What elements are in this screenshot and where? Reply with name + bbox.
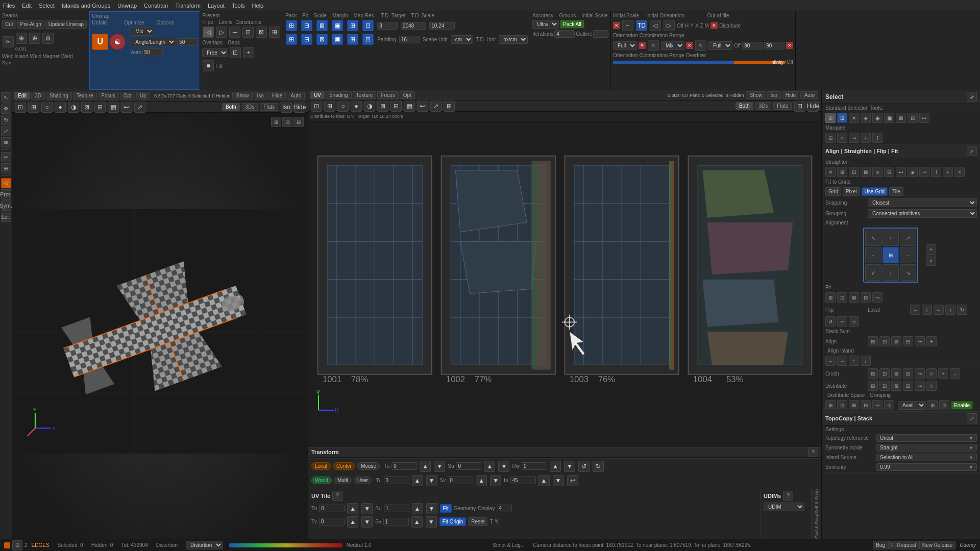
uv-auto-btn[interactable]: Auto: [800, 91, 818, 99]
align-extra2[interactable]: ×: [926, 256, 936, 266]
uv-icon2[interactable]: ⊞: [324, 101, 335, 112]
flip7[interactable]: ⊸: [837, 316, 847, 327]
grouping-dropdown[interactable]: Connected primitives: [868, 209, 977, 218]
align-mc[interactable]: ⊞: [883, 247, 899, 263]
tu2-up[interactable]: ▲: [412, 475, 423, 486]
sel-icon2[interactable]: ◈: [861, 113, 871, 123]
pack-r4[interactable]: ▣: [332, 34, 343, 45]
str9[interactable]: ⊺: [931, 167, 941, 177]
crush7[interactable]: +: [938, 368, 948, 379]
uv-tile-help[interactable]: ?: [332, 491, 342, 501]
pack-r3[interactable]: ⊠: [316, 34, 328, 45]
align-extra1[interactable]: +: [926, 244, 936, 255]
str7[interactable]: ◈: [908, 167, 918, 177]
fill-icon[interactable]: ■: [203, 60, 214, 71]
uv-tab-shading[interactable]: Shading: [326, 91, 352, 99]
menu-help[interactable]: Help: [252, 3, 264, 9]
crush2[interactable]: ⊡: [879, 368, 890, 379]
dist6[interactable]: ⊹: [926, 381, 937, 391]
tab-iso[interactable]: Iso: [254, 92, 267, 99]
align-mr[interactable]: →: [900, 247, 916, 263]
menu-edit[interactable]: Edit: [22, 3, 32, 9]
menu-tools[interactable]: Tools: [232, 3, 245, 9]
tu2-down[interactable]: ▼: [426, 475, 437, 486]
range-to-input[interactable]: [764, 42, 785, 49]
sel-x[interactable]: ✕: [849, 113, 859, 123]
accuracy-dropdown[interactable]: Ultra: [532, 20, 559, 29]
sel-icon1[interactable]: ⊡: [837, 113, 847, 123]
str5[interactable]: ⊟: [884, 167, 894, 177]
vp-icon4[interactable]: ●: [55, 102, 66, 113]
vp-icon7[interactable]: ⊟: [94, 102, 106, 113]
log-label[interactable]: Script & Log...: [493, 542, 525, 548]
uv-tab-focus[interactable]: Focus: [377, 91, 398, 99]
tab-show[interactable]: Show: [232, 92, 252, 99]
pack-r1[interactable]: ⊞: [286, 34, 297, 45]
uvtile-sv-down[interactable]: ▼: [426, 516, 437, 528]
ai2[interactable]: →: [837, 356, 847, 366]
uv-3ds-btn[interactable]: 3Ds: [755, 102, 772, 110]
flip-icon2[interactable]: ▷: [216, 27, 227, 38]
ai1[interactable]: ←: [825, 356, 836, 366]
vp-icon9[interactable]: ⊷: [121, 102, 132, 113]
uv-tab-opt[interactable]: Opt: [400, 91, 415, 99]
gap-icon1[interactable]: ⊡: [230, 47, 241, 58]
dist-icon8[interactable]: ⊡: [939, 400, 949, 410]
pack-r5[interactable]: ⊞: [347, 34, 358, 45]
sv-down[interactable]: ▼: [490, 475, 501, 486]
distb5[interactable]: ⊸: [872, 400, 883, 410]
pack-icon5[interactable]: ⊞: [347, 20, 358, 31]
str1[interactable]: ⊞: [837, 167, 847, 177]
pack-icon6[interactable]: ⊡: [362, 20, 374, 31]
uv-icon4[interactable]: ●: [351, 101, 362, 112]
center-btn[interactable]: Center: [333, 462, 355, 470]
unwrap-u-btn[interactable]: U: [92, 34, 108, 50]
weld-icon[interactable]: ⊕: [16, 33, 27, 44]
fit5[interactable]: ⊸: [872, 292, 883, 303]
tu-input1[interactable]: [391, 462, 417, 470]
mode-icon[interactable]: ⊡: [12, 540, 22, 550]
topo-ref-val[interactable]: Uncut ▼: [876, 434, 977, 442]
tile-btn[interactable]: Tile: [889, 187, 903, 196]
fit4[interactable]: ⊟: [861, 292, 871, 303]
angle-length-input[interactable]: [177, 38, 198, 46]
sel-icon4[interactable]: ▣: [884, 113, 894, 123]
new-release-btn[interactable]: New Release: [919, 541, 955, 549]
str8[interactable]: ⊸: [919, 167, 929, 177]
user-btn[interactable]: User: [354, 477, 372, 484]
menu-layout[interactable]: Layout: [208, 3, 225, 9]
str11[interactable]: ×: [954, 167, 965, 177]
free-dropdown[interactable]: Free: [202, 48, 228, 57]
tab-opt[interactable]: Opt: [120, 92, 135, 99]
world-btn[interactable]: World: [311, 477, 332, 484]
lt-lcr[interactable]: Lcr.: [1, 212, 11, 222]
uv-icon1[interactable]: ⊡: [311, 101, 322, 112]
pre-align-btn[interactable]: Pre-Align: [17, 20, 44, 29]
magnet-weld-icon[interactable]: ⊛: [42, 33, 54, 44]
sel-icon5[interactable]: ⊠: [896, 113, 906, 123]
align-icon5[interactable]: ⊸: [915, 336, 925, 346]
crush6[interactable]: ⊹: [926, 368, 937, 379]
local-btn[interactable]: Local: [311, 462, 331, 470]
uv-flats-btn[interactable]: Flats: [773, 102, 792, 110]
align-bl[interactable]: ↙: [865, 264, 881, 281]
margin-input[interactable]: [377, 22, 398, 30]
menu-transform[interactable]: Transform: [175, 3, 201, 9]
uvtile-tv-down[interactable]: ▼: [361, 516, 373, 528]
uv-tiles-area[interactable]: 1001 78%: [308, 121, 821, 447]
pack-icon2[interactable]: ⊟: [301, 20, 312, 31]
map-res-input[interactable]: [401, 22, 426, 30]
mix-icon[interactable]: ≈: [648, 40, 659, 51]
flip8[interactable]: ⊹: [849, 316, 859, 327]
avail-dropdown[interactable]: Avail.: [898, 401, 926, 410]
sel-icon3[interactable]: ◉: [872, 113, 883, 123]
topocopy-expand[interactable]: ⤢: [967, 413, 977, 423]
dist1[interactable]: ⊞: [868, 381, 878, 391]
both-btn[interactable]: Both: [222, 103, 240, 111]
uvtile-tv-up[interactable]: ▲: [347, 516, 358, 528]
vp-overlay3[interactable]: ⊟: [293, 117, 304, 127]
orient-icon2[interactable]: ▷: [664, 20, 675, 31]
tab-auto[interactable]: Auto: [287, 92, 305, 99]
uvtile-su[interactable]: [384, 505, 409, 512]
flip-icon1[interactable]: ◁: [203, 27, 214, 38]
